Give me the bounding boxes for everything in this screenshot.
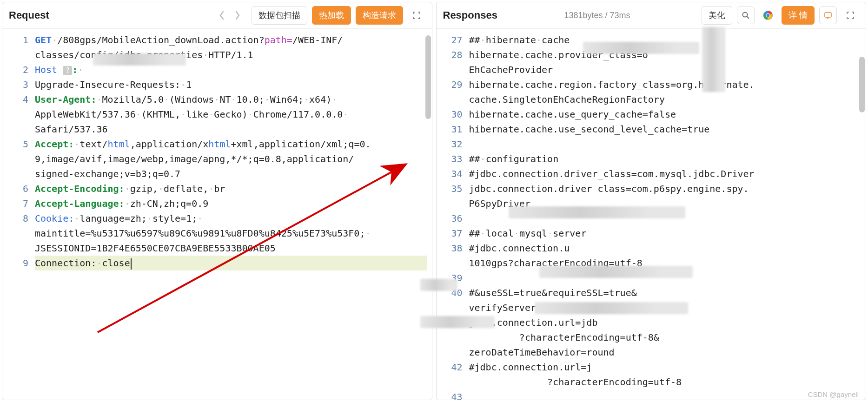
- censor-block: [420, 316, 495, 328]
- expand-icon[interactable]: [841, 7, 859, 24]
- censor-block: [539, 266, 693, 278]
- watermark: CSDN @gaynell: [808, 390, 859, 398]
- code-line[interactable]: cache.SingletonEhCacheRegionFactory: [469, 92, 861, 107]
- code-line[interactable]: #jdbc.connection.u: [469, 241, 861, 256]
- scrollbar-thumb[interactable]: [425, 35, 431, 119]
- code-line[interactable]: maintitle=%u5317%u6597%u89C6%u9891%u8FD0…: [35, 226, 427, 241]
- code-line[interactable]: User-Agent:·Mozilla/5.0·(Windows·NT·10.0…: [35, 92, 427, 107]
- history-nav: [212, 9, 247, 22]
- code-line[interactable]: Upgrade-Insecure-Requests:·1: [35, 77, 427, 92]
- scrollbar-thumb[interactable]: [859, 57, 865, 112]
- code-line[interactable]: signed-exchange;v=b3;q=0.7: [35, 166, 427, 181]
- chat-icon[interactable]: [819, 7, 837, 24]
- response-meta: 1381bytes / 73ms: [559, 9, 635, 22]
- code-line[interactable]: ?characterEncoding=utf-8: [469, 375, 861, 389]
- code-line[interactable]: #jdbc.connection.driver_class=com.mysql.…: [469, 166, 861, 181]
- code-line[interactable]: [469, 389, 861, 400]
- history-next-button[interactable]: [231, 9, 244, 22]
- search-icon[interactable]: [737, 7, 755, 24]
- code-line[interactable]: EhCacheProvider: [469, 62, 861, 77]
- line-gutter: 123456789: [2, 29, 35, 400]
- code-line[interactable]: Cookie:·language=zh;·style=1;·: [35, 211, 427, 226]
- code-line[interactable]: hibernate.cache.use_second_level_cache=t…: [469, 122, 861, 137]
- expand-icon[interactable]: [408, 7, 425, 24]
- code-line[interactable]: zeroDateTimeBehavior=round: [469, 345, 861, 360]
- code-content[interactable]: GET·/808gps/MobileAction_downLoad.action…: [35, 29, 432, 400]
- beautify-button[interactable]: 美化: [702, 6, 732, 25]
- censor-block: [93, 53, 186, 66]
- code-line[interactable]: 9,image/avif,image/webp,image/apng,*/*;q…: [35, 152, 427, 166]
- hot-reload-button[interactable]: 热加载: [312, 6, 351, 25]
- history-prev-button[interactable]: [215, 9, 228, 22]
- svg-point-4: [766, 14, 769, 17]
- code-line[interactable]: Accept-Encoding:·gzip,·deflate,·br: [35, 181, 427, 196]
- response-title: Responses: [443, 9, 497, 21]
- censor-block: [420, 279, 457, 291]
- packet-scan-button[interactable]: 数据包扫描: [252, 6, 307, 25]
- code-line[interactable]: ?characterEncoding=utf-8&: [469, 330, 861, 345]
- svg-point-0: [742, 13, 747, 17]
- request-panel: Request 数据包扫描 热加载 构造请求 123456789GET·/808…: [2, 2, 432, 400]
- code-line[interactable]: hibernate.cache.region.factory_class=org…: [469, 77, 861, 92]
- censor-block: [535, 302, 688, 314]
- censor-block: [583, 42, 699, 54]
- code-line[interactable]: Safari/537.36: [35, 122, 427, 137]
- request-title: Request: [9, 9, 49, 21]
- code-line[interactable]: jdbc.connection.driver_class=com.p6spy.e…: [469, 181, 861, 196]
- chrome-icon[interactable]: [759, 7, 777, 24]
- response-header: Responses 1381bytes / 73ms 美化 详 情: [437, 2, 866, 29]
- code-line[interactable]: #jdbc.connection.url=j: [469, 360, 861, 375]
- censor-block: [702, 27, 725, 92]
- code-line[interactable]: Connection:·close: [35, 256, 427, 270]
- code-line[interactable]: Accept:·text/html,application/xhtml+xml,…: [35, 137, 427, 152]
- code-line[interactable]: JSESSIONID=1B2F4E6550CE07CBA9EBE5533B00A…: [35, 241, 427, 256]
- censor-block: [509, 206, 685, 218]
- svg-line-1: [747, 17, 749, 19]
- code-line[interactable]: hibernate.cache.use_query_cache=false: [469, 107, 861, 122]
- svg-rect-5: [825, 13, 831, 17]
- code-line[interactable]: Accept-Language:·zh-CN,zh;q=0.9: [35, 196, 427, 211]
- code-line[interactable]: GET·/808gps/MobileAction_downLoad.action…: [35, 33, 427, 47]
- code-line[interactable]: ##·local·mysql·server: [469, 226, 861, 241]
- line-gutter: 2728293031323334353637383940414243: [437, 29, 469, 400]
- code-line[interactable]: AppleWebKit/537.36·(KHTML,·like·Gecko)·C…: [35, 107, 427, 122]
- request-header: Request 数据包扫描 热加载 构造请求: [2, 2, 432, 29]
- response-panel: Responses 1381bytes / 73ms 美化 详 情: [436, 2, 867, 400]
- request-editor[interactable]: 123456789GET·/808gps/MobileAction_downLo…: [2, 29, 432, 400]
- code-line[interactable]: [469, 137, 861, 152]
- detail-button[interactable]: 详 情: [782, 6, 815, 25]
- build-request-button[interactable]: 构造请求: [356, 6, 403, 25]
- code-line[interactable]: #&useSSL=true&requireSSL=true&: [469, 285, 861, 300]
- code-line[interactable]: jdbc.connection.url=jdb: [469, 315, 861, 330]
- code-line[interactable]: ##·configuration: [469, 152, 861, 166]
